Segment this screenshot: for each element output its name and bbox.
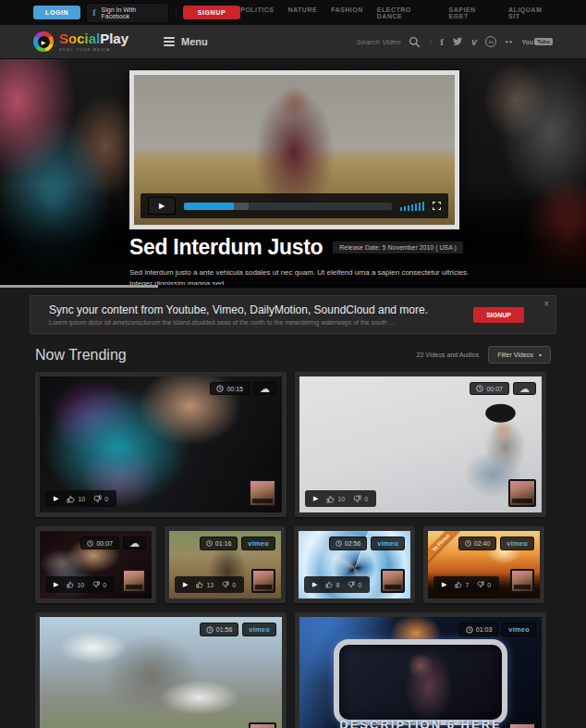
signup-button[interactable]: SIGNUP — [183, 6, 240, 19]
sync-banner-title: Sync your content from Youtube, Vimeo, D… — [49, 303, 473, 316]
video-card[interactable]: 00:15 ☁ ▶ 10 0 — [35, 372, 287, 517]
uploader-avatar[interactable] — [249, 722, 276, 728]
carousel-progress-fill — [0, 285, 158, 288]
duration-badge: 01:16 — [200, 537, 238, 550]
sync-banner: Sync your content from Youtube, Vimeo, D… — [30, 295, 556, 334]
uploader-avatar[interactable] — [508, 479, 536, 507]
video-thumbnail[interactable]: 01:56 vimeo — [40, 617, 282, 728]
flickr-social-icon[interactable]: ●● — [505, 39, 513, 44]
video-thumbnail[interactable]: 01:03 vimeo DESCRIPTION 6 HERE — [299, 617, 542, 728]
video-thumbnail[interactable]: 00:07 ☁ ▶ 10 0 — [40, 531, 152, 598]
dislike-button[interactable]: 0 — [348, 581, 361, 588]
featured-video-player[interactable]: ▶ — [129, 70, 459, 229]
video-thumbnail[interactable]: by Flonus 02:40 vimeo ▶ 7 — [428, 531, 540, 598]
sync-signup-button[interactable]: SIGNUP — [473, 307, 524, 323]
uploader-avatar[interactable] — [251, 569, 275, 593]
facebook-icon: f — [92, 7, 95, 18]
nav-item-electro-dance[interactable]: ELECTRO DANCE — [377, 6, 435, 19]
like-button[interactable]: 7 — [455, 581, 469, 588]
search-input[interactable]: Search Video — [357, 38, 401, 46]
vimeo-source-badge: vimeo — [502, 623, 536, 636]
player-progress-bar[interactable] — [184, 203, 392, 210]
video-card[interactable]: 01:16 vimeo ▶ 13 0 — [165, 526, 286, 603]
vimeo-icon: vimeo — [377, 539, 398, 548]
video-card[interactable]: 00:07 ☁ ▶ 10 0 — [35, 526, 156, 603]
facebook-social-icon[interactable]: f — [440, 36, 444, 47]
video-thumbnail[interactable]: 00:07 ☁ ▶ 10 0 — [299, 376, 542, 512]
vimeo-social-icon[interactable]: v — [471, 36, 477, 47]
video-card[interactable]: 00:07 ☁ ▶ 10 0 — [295, 372, 546, 517]
facebook-signin-button[interactable]: f Sign In With Facebook — [86, 3, 169, 23]
vimeo-icon: vimeo — [249, 625, 270, 634]
nav-item-sapien-eget[interactable]: SAPIEN EGET — [449, 6, 494, 19]
uploader-avatar[interactable] — [508, 722, 536, 728]
hero-carousel: ▶ Sed Interdum Justo Release Date: 5 Nov… — [0, 59, 586, 288]
video-card[interactable]: 02:56 vimeo ▶ 8 0 — [294, 526, 415, 603]
chevron-down-icon: ▾ — [539, 352, 542, 358]
video-thumbnail[interactable]: 01:16 vimeo ▶ 13 0 — [169, 531, 281, 598]
nav-item-politics[interactable]: POLITICS — [240, 6, 274, 19]
play-icon[interactable]: ▶ — [183, 581, 188, 588]
uploader-avatar[interactable] — [510, 569, 534, 593]
play-icon[interactable]: ▶ — [54, 495, 58, 502]
fullscreen-icon[interactable] — [433, 202, 441, 210]
logo-text-play: Play — [100, 31, 128, 46]
filter-videos-dropdown[interactable]: Filter Videos ▾ — [488, 346, 551, 364]
player-play-button[interactable]: ▶ — [148, 197, 176, 215]
video-card[interactable]: 01:03 vimeo DESCRIPTION 6 HERE — [295, 612, 546, 728]
stumbleupon-social-icon[interactable]: su — [485, 36, 496, 47]
twitter-social-icon[interactable] — [452, 36, 463, 47]
duration-badge: 01:03 — [459, 623, 499, 636]
play-icon[interactable]: ▶ — [54, 581, 58, 588]
separator-dots: ⁝ — [175, 8, 177, 17]
facebook-signin-label: Sign In With Facebook — [102, 6, 161, 19]
like-button[interactable]: 8 — [325, 581, 339, 588]
video-action-bar: ▶ 10 0 — [45, 576, 115, 593]
like-button[interactable]: 10 — [67, 581, 84, 588]
uploader-avatar[interactable] — [381, 569, 405, 593]
cloud-icon: ☁ — [519, 385, 530, 392]
nav-item-aliquam-sit[interactable]: ALIQUAM SIT — [508, 6, 553, 19]
cloud-source-badge: ☁ — [513, 382, 536, 395]
login-button[interactable]: LOGIN — [33, 6, 80, 19]
dislike-button[interactable]: 0 — [353, 495, 368, 503]
cloud-source-badge: ☁ — [123, 537, 146, 549]
like-button[interactable]: 10 — [326, 495, 345, 503]
dislike-button[interactable]: 0 — [93, 495, 108, 503]
video-card[interactable]: 01:56 vimeo — [35, 612, 287, 728]
vimeo-source-badge: vimeo — [500, 537, 534, 550]
volume-bars[interactable] — [400, 202, 424, 211]
uploader-avatar[interactable] — [249, 479, 276, 507]
divider-dots: ⁝ — [429, 37, 432, 46]
dislike-button[interactable]: 0 — [222, 581, 236, 588]
nav-item-nature[interactable]: NATURE — [288, 6, 318, 19]
video-action-bar: ▶ 10 0 — [45, 490, 116, 507]
play-icon[interactable]: ▶ — [312, 581, 317, 588]
sync-banner-subtitle: Lorem ipsum dolor sit ametconscturom the… — [49, 319, 473, 326]
vimeo-icon: vimeo — [508, 625, 530, 634]
main-content: Sync your content from Youtube, Vimeo, D… — [0, 288, 586, 728]
video-thumbnail[interactable]: 02:56 vimeo ▶ 8 0 — [299, 531, 410, 598]
duration-badge: 02:40 — [458, 537, 497, 550]
video-thumbnail[interactable]: 00:15 ☁ ▶ 10 0 — [40, 376, 282, 512]
menu-button[interactable]: Menu — [164, 36, 208, 47]
player-controls: ▶ — [140, 193, 448, 218]
dislike-button[interactable]: 0 — [92, 581, 106, 588]
video-card[interactable]: by Flonus 02:40 vimeo ▶ 7 — [423, 526, 544, 603]
like-button[interactable]: 10 — [67, 495, 85, 503]
thumbnail-frame-art — [334, 639, 508, 725]
close-icon[interactable]: × — [543, 299, 549, 309]
play-icon[interactable]: ▶ — [442, 581, 446, 588]
play-icon[interactable]: ▶ — [313, 495, 318, 502]
nav-item-fashion[interactable]: FASHION — [331, 6, 363, 19]
uploader-avatar[interactable] — [122, 569, 146, 593]
youtube-social-icon[interactable]: YouTube — [521, 38, 553, 45]
dislike-button[interactable]: 0 — [477, 581, 491, 588]
duration-badge: 00:07 — [470, 382, 509, 395]
top-navigation: POLITICS NATURE FASHION ELECTRO DANCE SA… — [240, 6, 553, 19]
vimeo-source-badge: vimeo — [241, 537, 275, 550]
site-logo[interactable]: ▶ SocialPlay SYNC YOUR MEDIA — [33, 31, 128, 52]
search-icon[interactable] — [409, 36, 421, 48]
thumbnail-caption: DESCRIPTION 6 HERE — [299, 718, 542, 728]
like-button[interactable]: 13 — [196, 581, 214, 588]
